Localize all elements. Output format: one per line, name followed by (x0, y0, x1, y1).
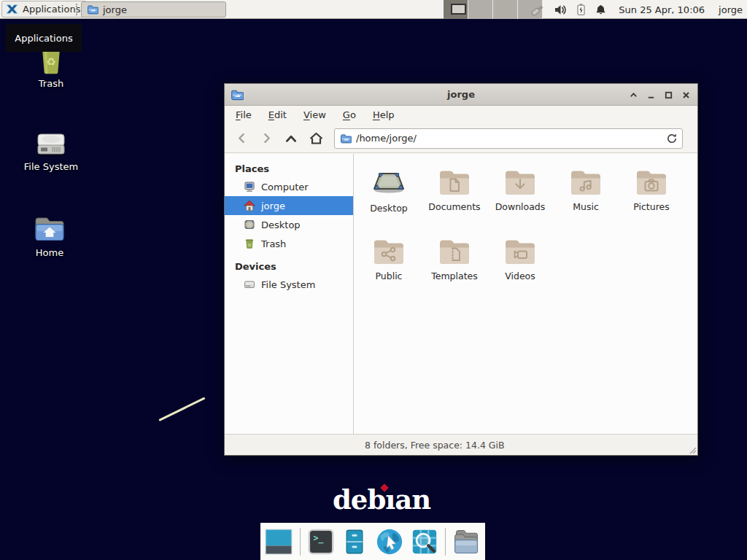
trash-icon: ♻ (244, 238, 255, 249)
sidebar: Places Computer jo (225, 154, 354, 434)
up-button[interactable] (279, 128, 303, 149)
close-button[interactable] (681, 90, 692, 101)
forward-icon (260, 132, 273, 144)
resize-grip[interactable] (688, 446, 697, 454)
drive-icon (34, 125, 69, 159)
back-button[interactable] (229, 128, 254, 149)
menu-edit[interactable]: Edit (268, 109, 287, 120)
workspace-3[interactable] (493, 0, 518, 19)
file-pane[interactable]: Desktop Documents (355, 154, 697, 434)
workspace-1[interactable] (444, 0, 468, 19)
statusbar: 8 folders, Free space: 14.4 GiB (225, 434, 697, 455)
desktop-icon-label: Trash (22, 78, 80, 89)
folder-downloads-icon (503, 167, 538, 198)
clock[interactable]: Sun 25 Apr, 10:06 (619, 4, 705, 15)
battery-icon[interactable] (576, 3, 587, 16)
app-finder-icon (411, 528, 438, 556)
dock-separator (300, 528, 301, 556)
sidebar-item-desktop[interactable]: Desktop (225, 215, 353, 234)
sidebar-item-computer[interactable]: Computer (225, 177, 353, 196)
file-item-templates[interactable]: Templates (423, 236, 486, 281)
home-icon (309, 131, 324, 146)
system-tray: Sun 25 Apr, 10:06 jorge (530, 0, 743, 19)
network-icon[interactable] (530, 2, 546, 18)
file-item-downloads[interactable]: Downloads (489, 167, 551, 212)
applications-menu-button[interactable]: Applications (1, 1, 87, 18)
computer-icon (244, 181, 255, 192)
top-panel: Applications jorge (0, 0, 747, 19)
home-folder-icon (32, 213, 67, 245)
file-manager-launcher[interactable] (341, 527, 368, 556)
file-item-label: Videos (489, 271, 551, 281)
minimize-button[interactable] (646, 90, 657, 101)
file-item-desktop[interactable]: Desktop (357, 167, 420, 214)
file-item-label: Documents (423, 201, 486, 212)
window-controls (628, 84, 692, 106)
application-finder-launcher[interactable] (411, 527, 438, 556)
terminal-launcher[interactable]: >_ (307, 527, 335, 556)
sidebar-item-trash[interactable]: ♻ Trash (225, 234, 353, 253)
shade-button[interactable] (628, 90, 639, 101)
back-icon (236, 132, 248, 144)
path-input[interactable] (356, 133, 660, 144)
sidebar-devices-header: Devices (225, 257, 353, 275)
dock: >_ (260, 523, 485, 560)
file-item-label: Templates (423, 271, 486, 281)
desktop-icon-label: File System (22, 161, 80, 172)
workspace-2[interactable] (468, 0, 493, 19)
up-icon (285, 132, 298, 145)
desktop: Applications jorge (0, 0, 747, 560)
folder-icon (87, 4, 98, 15)
user-home-icon (244, 200, 255, 211)
maximize-button[interactable] (663, 90, 674, 101)
reload-button[interactable] (665, 132, 678, 148)
file-item-documents[interactable]: Documents (423, 167, 486, 212)
volume-icon[interactable] (554, 3, 568, 17)
desktop-icon-home[interactable]: Home (20, 213, 79, 258)
menu-file[interactable]: File (236, 109, 252, 120)
reload-icon (665, 132, 678, 145)
titlebar[interactable]: jorge (225, 84, 697, 106)
terminal-icon: >_ (307, 528, 335, 556)
workspace-window-preview (451, 4, 466, 15)
drive-icon (244, 279, 255, 290)
web-browser-launcher[interactable] (375, 527, 404, 556)
file-item-public[interactable]: Public (357, 236, 420, 281)
file-item-music[interactable]: Music (554, 167, 617, 212)
applications-tooltip: Applications (6, 24, 82, 52)
menu-view[interactable]: View (303, 109, 326, 120)
folder-music-icon (568, 167, 603, 198)
folder-videos-icon (503, 236, 538, 267)
sidebar-item-file-system[interactable]: File System (225, 275, 353, 294)
sidebar-item-label: Computer (261, 182, 309, 192)
show-desktop-button[interactable] (264, 527, 293, 556)
menu-go[interactable]: Go (343, 109, 356, 120)
desktop-artifact-line (158, 397, 205, 421)
folder-documents-icon (437, 167, 472, 198)
desktop-icon-file-system[interactable]: File System (22, 125, 80, 172)
user-menu[interactable]: jorge (719, 4, 743, 15)
taskbar-window-button[interactable]: jorge (81, 1, 226, 18)
statusbar-text: 8 folders, Free space: 14.4 GiB (355, 440, 505, 451)
file-item-pictures[interactable]: Pictures (620, 167, 683, 212)
applications-menu-label: Applications (23, 4, 80, 15)
svg-text:♻: ♻ (248, 243, 252, 247)
file-item-videos[interactable]: Videos (489, 236, 551, 281)
sidebar-item-jorge[interactable]: jorge (225, 196, 353, 215)
notifications-bell-icon[interactable] (595, 4, 607, 16)
file-item-label: Pictures (620, 201, 683, 212)
desktop-icon-label: Home (20, 247, 79, 258)
home-button[interactable] (303, 128, 328, 149)
directory-menu-launcher[interactable] (452, 527, 481, 556)
panel-separator-handle (76, 4, 77, 15)
toolbar (225, 124, 697, 153)
folder-pictures-icon (634, 167, 669, 198)
forward-button[interactable] (254, 128, 279, 149)
web-browser-globe-icon (375, 526, 404, 557)
pathbar (334, 128, 683, 149)
sidebar-item-label: Trash (261, 238, 286, 249)
menu-help[interactable]: Help (373, 109, 395, 120)
menubar: File Edit View Go Help (225, 106, 697, 124)
folder-public-icon (371, 236, 406, 267)
dock-separator (445, 528, 446, 556)
